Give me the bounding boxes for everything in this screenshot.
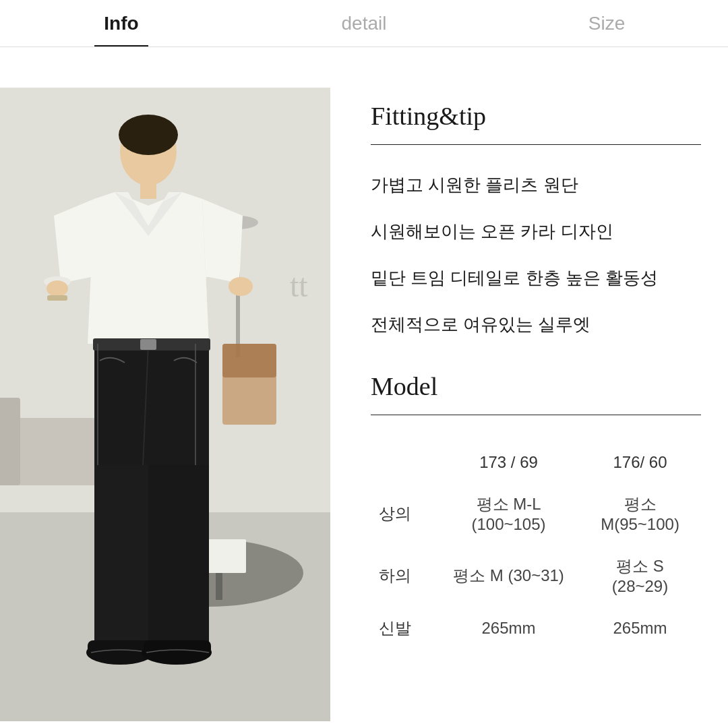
model-col-1: 173 / 69	[438, 442, 579, 483]
row-3-col1: 265mm	[438, 607, 579, 650]
tip-1: 가볍고 시원한 플리츠 원단	[371, 172, 701, 198]
tab-detail-label: detail	[342, 13, 387, 34]
model-section: Model 173 / 69 176/ 60 상의 평소 M-L (100~10…	[371, 371, 701, 650]
row-3-label: 신발	[371, 607, 438, 650]
svg-rect-28	[148, 465, 209, 650]
table-row: 신발 265mm 265mm	[371, 607, 701, 650]
svg-point-18	[47, 280, 68, 297]
tab-info-label: Info	[104, 13, 138, 34]
svg-rect-16	[140, 179, 156, 199]
table-row: 하의 평소 M (30~31) 평소 S (28~29)	[371, 545, 701, 607]
svg-rect-4	[0, 398, 20, 485]
tip-2: 시원해보이는 오픈 카라 디자인	[371, 218, 701, 245]
svg-rect-27	[94, 465, 148, 650]
tip-3: 밑단 트임 디테일로 한층 높은 활동성	[371, 265, 701, 291]
model-col-2: 176/ 60	[579, 442, 701, 483]
model-col-empty	[371, 442, 438, 483]
model-table: 173 / 69 176/ 60 상의 평소 M-L (100~105) 평소 …	[371, 442, 701, 650]
product-image: tt	[0, 88, 330, 721]
tab-size[interactable]: Size	[485, 0, 728, 47]
svg-rect-32	[144, 640, 211, 657]
tab-bar: Info detail Size	[0, 0, 728, 47]
model-divider	[371, 415, 701, 415]
row-3-col2: 265mm	[579, 607, 701, 650]
svg-point-19	[229, 277, 253, 296]
row-1-col2: 평소 M(95~100)	[579, 483, 701, 545]
model-title: Model	[371, 371, 701, 401]
main-content: tt	[0, 47, 728, 728]
row-1-label: 상의	[371, 483, 438, 545]
svg-rect-24	[140, 339, 156, 350]
fitting-title: Fitting&tip	[371, 101, 701, 131]
tab-detail[interactable]: detail	[243, 0, 485, 47]
svg-point-15	[119, 115, 178, 155]
tip-4: 전체적으로 여유있는 실루엣	[371, 311, 701, 338]
svg-rect-20	[47, 295, 67, 301]
tab-size-label: Size	[588, 13, 625, 34]
tab-info[interactable]: Info	[0, 0, 243, 47]
row-2-col1: 평소 M (30~31)	[438, 545, 579, 607]
svg-text:tt: tt	[290, 268, 308, 303]
row-2-label: 하의	[371, 545, 438, 607]
table-row: 상의 평소 M-L (100~105) 평소 M(95~100)	[371, 483, 701, 545]
info-panel: Fitting&tip 가볍고 시원한 플리츠 원단 시원해보이는 오픈 카라 …	[330, 88, 728, 728]
fitting-divider	[371, 144, 701, 145]
row-2-col2: 평소 S (28~29)	[579, 545, 701, 607]
row-1-col1: 평소 M-L (100~105)	[438, 483, 579, 545]
fitting-section: Fitting&tip 가볍고 시원한 플리츠 원단 시원해보이는 오픈 카라 …	[371, 101, 701, 338]
svg-rect-12	[222, 344, 276, 377]
